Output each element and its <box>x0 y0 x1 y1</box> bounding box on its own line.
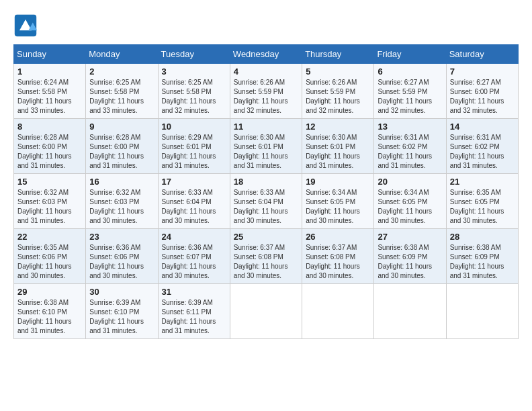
day-cell: 18 Sunrise: 6:33 AMSunset: 6:04 PMDaylig… <box>230 174 302 229</box>
day-number: 7 <box>450 66 515 77</box>
day-cell <box>230 284 302 339</box>
day-header-wednesday: Wednesday <box>230 45 302 64</box>
day-number: 31 <box>162 287 226 297</box>
day-cell: 17 Sunrise: 6:33 AMSunset: 6:04 PMDaylig… <box>158 174 230 229</box>
day-info: Sunrise: 6:39 AMSunset: 6:11 PMDaylight:… <box>162 298 226 336</box>
day-number: 1 <box>17 66 82 77</box>
day-cell: 16 Sunrise: 6:32 AMSunset: 6:03 PMDaylig… <box>86 174 158 229</box>
day-cell <box>446 284 518 339</box>
day-number: 15 <box>17 177 82 187</box>
day-info: Sunrise: 6:39 AMSunset: 6:10 PMDaylight:… <box>89 298 154 336</box>
day-info: Sunrise: 6:36 AMSunset: 6:06 PMDaylight:… <box>89 243 154 281</box>
day-info: Sunrise: 6:27 AMSunset: 5:59 PMDaylight:… <box>378 78 442 116</box>
day-number: 5 <box>306 66 370 77</box>
day-cell: 6 Sunrise: 6:27 AMSunset: 5:59 PMDayligh… <box>374 64 446 119</box>
day-cell: 27 Sunrise: 6:38 AMSunset: 6:09 PMDaylig… <box>374 229 446 284</box>
day-number: 2 <box>89 66 154 77</box>
week-row-3: 15 Sunrise: 6:32 AMSunset: 6:03 PMDaylig… <box>14 174 519 229</box>
day-info: Sunrise: 6:32 AMSunset: 6:03 PMDaylight:… <box>17 188 82 226</box>
day-info: Sunrise: 6:30 AMSunset: 6:01 PMDaylight:… <box>234 133 298 171</box>
day-cell: 22 Sunrise: 6:35 AMSunset: 6:06 PMDaylig… <box>14 229 86 284</box>
week-row-1: 1 Sunrise: 6:24 AMSunset: 5:58 PMDayligh… <box>14 64 519 119</box>
day-info: Sunrise: 6:25 AMSunset: 5:58 PMDaylight:… <box>89 78 154 116</box>
day-number: 24 <box>162 232 226 242</box>
day-header-thursday: Thursday <box>302 45 374 64</box>
day-info: Sunrise: 6:31 AMSunset: 6:02 PMDaylight:… <box>378 133 442 171</box>
day-cell: 25 Sunrise: 6:37 AMSunset: 6:08 PMDaylig… <box>230 229 302 284</box>
day-cell: 21 Sunrise: 6:35 AMSunset: 6:05 PMDaylig… <box>446 174 518 229</box>
day-cell: 23 Sunrise: 6:36 AMSunset: 6:06 PMDaylig… <box>86 229 158 284</box>
logo-icon <box>13 13 38 38</box>
day-cell: 20 Sunrise: 6:34 AMSunset: 6:05 PMDaylig… <box>374 174 446 229</box>
day-info: Sunrise: 6:32 AMSunset: 6:03 PMDaylight:… <box>89 188 154 226</box>
day-cell: 24 Sunrise: 6:36 AMSunset: 6:07 PMDaylig… <box>158 229 230 284</box>
day-info: Sunrise: 6:26 AMSunset: 5:59 PMDaylight:… <box>234 78 298 116</box>
day-cell: 4 Sunrise: 6:26 AMSunset: 5:59 PMDayligh… <box>230 64 302 119</box>
day-info: Sunrise: 6:28 AMSunset: 6:00 PMDaylight:… <box>17 133 82 171</box>
day-number: 29 <box>17 287 82 297</box>
day-info: Sunrise: 6:37 AMSunset: 6:08 PMDaylight:… <box>306 243 370 281</box>
day-cell: 29 Sunrise: 6:38 AMSunset: 6:10 PMDaylig… <box>14 284 86 339</box>
day-cell: 10 Sunrise: 6:29 AMSunset: 6:01 PMDaylig… <box>158 119 230 174</box>
day-info: Sunrise: 6:25 AMSunset: 5:58 PMDaylight:… <box>162 78 226 116</box>
day-info: Sunrise: 6:30 AMSunset: 6:01 PMDaylight:… <box>306 133 370 171</box>
day-number: 13 <box>378 122 442 132</box>
day-number: 9 <box>89 122 154 132</box>
day-info: Sunrise: 6:34 AMSunset: 6:05 PMDaylight:… <box>306 188 370 226</box>
logo <box>13 13 40 38</box>
week-row-4: 22 Sunrise: 6:35 AMSunset: 6:06 PMDaylig… <box>14 229 519 284</box>
day-info: Sunrise: 6:36 AMSunset: 6:07 PMDaylight:… <box>162 243 226 281</box>
day-info: Sunrise: 6:34 AMSunset: 6:05 PMDaylight:… <box>378 188 442 226</box>
day-info: Sunrise: 6:29 AMSunset: 6:01 PMDaylight:… <box>162 133 226 171</box>
day-number: 26 <box>306 232 370 242</box>
day-cell: 30 Sunrise: 6:39 AMSunset: 6:10 PMDaylig… <box>86 284 158 339</box>
day-info: Sunrise: 6:27 AMSunset: 6:00 PMDaylight:… <box>450 78 515 116</box>
day-info: Sunrise: 6:33 AMSunset: 6:04 PMDaylight:… <box>162 188 226 226</box>
day-cell: 9 Sunrise: 6:28 AMSunset: 6:00 PMDayligh… <box>86 119 158 174</box>
calendar-body: 1 Sunrise: 6:24 AMSunset: 5:58 PMDayligh… <box>14 64 519 339</box>
day-info: Sunrise: 6:24 AMSunset: 5:58 PMDaylight:… <box>17 78 82 116</box>
day-number: 19 <box>306 177 370 187</box>
day-cell: 8 Sunrise: 6:28 AMSunset: 6:00 PMDayligh… <box>14 119 86 174</box>
day-cell: 7 Sunrise: 6:27 AMSunset: 6:00 PMDayligh… <box>446 64 518 119</box>
day-number: 4 <box>234 66 298 77</box>
day-number: 27 <box>378 232 442 242</box>
day-cell <box>374 284 446 339</box>
day-cell: 28 Sunrise: 6:38 AMSunset: 6:09 PMDaylig… <box>446 229 518 284</box>
day-number: 23 <box>89 232 154 242</box>
day-info: Sunrise: 6:37 AMSunset: 6:08 PMDaylight:… <box>234 243 298 281</box>
day-info: Sunrise: 6:38 AMSunset: 6:09 PMDaylight:… <box>450 243 515 281</box>
day-number: 21 <box>450 177 515 187</box>
day-number: 14 <box>450 122 515 132</box>
day-info: Sunrise: 6:33 AMSunset: 6:04 PMDaylight:… <box>234 188 298 226</box>
day-info: Sunrise: 6:28 AMSunset: 6:00 PMDaylight:… <box>89 133 154 171</box>
day-cell: 31 Sunrise: 6:39 AMSunset: 6:11 PMDaylig… <box>158 284 230 339</box>
day-info: Sunrise: 6:35 AMSunset: 6:06 PMDaylight:… <box>17 243 82 281</box>
day-cell: 13 Sunrise: 6:31 AMSunset: 6:02 PMDaylig… <box>374 119 446 174</box>
day-cell: 26 Sunrise: 6:37 AMSunset: 6:08 PMDaylig… <box>302 229 374 284</box>
day-number: 22 <box>17 232 82 242</box>
day-header-sunday: Sunday <box>14 45 86 64</box>
day-info: Sunrise: 6:26 AMSunset: 5:59 PMDaylight:… <box>306 78 370 116</box>
day-number: 17 <box>162 177 226 187</box>
day-number: 11 <box>234 122 298 132</box>
calendar: SundayMondayTuesdayWednesdayThursdayFrid… <box>13 44 519 339</box>
day-cell: 11 Sunrise: 6:30 AMSunset: 6:01 PMDaylig… <box>230 119 302 174</box>
day-cell: 3 Sunrise: 6:25 AMSunset: 5:58 PMDayligh… <box>158 64 230 119</box>
day-info: Sunrise: 6:31 AMSunset: 6:02 PMDaylight:… <box>450 133 515 171</box>
day-cell: 2 Sunrise: 6:25 AMSunset: 5:58 PMDayligh… <box>86 64 158 119</box>
day-cell: 15 Sunrise: 6:32 AMSunset: 6:03 PMDaylig… <box>14 174 86 229</box>
day-number: 3 <box>162 66 226 77</box>
day-number: 12 <box>306 122 370 132</box>
calendar-header: SundayMondayTuesdayWednesdayThursdayFrid… <box>14 45 519 64</box>
day-cell <box>302 284 374 339</box>
day-cell: 12 Sunrise: 6:30 AMSunset: 6:01 PMDaylig… <box>302 119 374 174</box>
day-number: 25 <box>234 232 298 242</box>
day-number: 6 <box>378 66 442 77</box>
header <box>13 13 519 38</box>
day-info: Sunrise: 6:38 AMSunset: 6:09 PMDaylight:… <box>378 243 442 281</box>
day-number: 16 <box>89 177 154 187</box>
week-row-2: 8 Sunrise: 6:28 AMSunset: 6:00 PMDayligh… <box>14 119 519 174</box>
day-header-saturday: Saturday <box>446 45 518 64</box>
day-cell: 1 Sunrise: 6:24 AMSunset: 5:58 PMDayligh… <box>14 64 86 119</box>
